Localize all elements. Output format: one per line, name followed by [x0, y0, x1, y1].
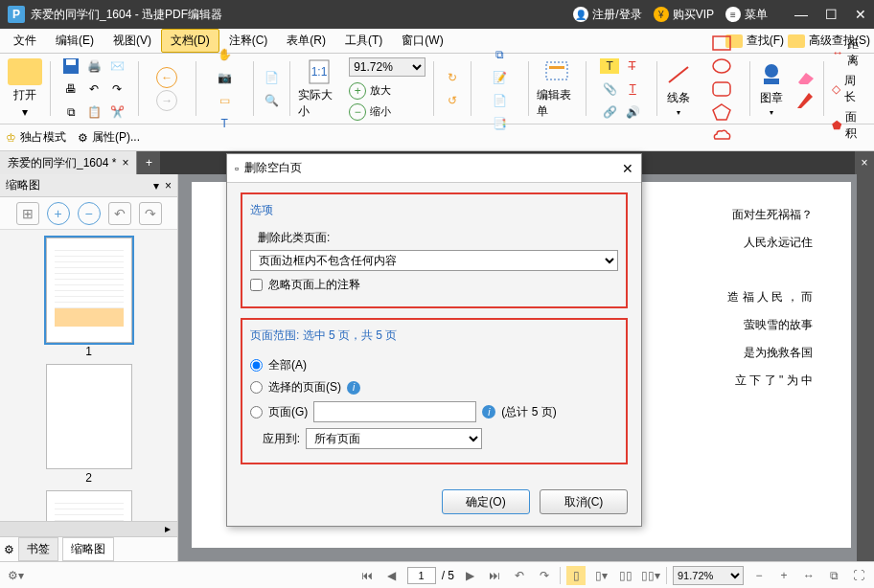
text-select-tool[interactable]: T — [214, 113, 235, 134]
find-link[interactable]: 查找(F) — [747, 33, 784, 49]
rotate-cw-button[interactable]: ↻ — [442, 67, 463, 88]
pages-input[interactable] — [313, 401, 476, 422]
stamp-button[interactable]: 图章▾ — [758, 61, 785, 117]
page-text2-tool[interactable]: 📑 — [489, 113, 510, 134]
first-page-button[interactable]: ⏮ — [357, 566, 377, 585]
copy-button[interactable]: ⧉ — [60, 102, 81, 123]
thumbnail-page-3[interactable] — [46, 490, 132, 521]
two-page-button[interactable]: ▯▯ — [616, 566, 635, 585]
next-page-button[interactable]: ▶ — [460, 566, 479, 585]
open-button[interactable]: 打开▾ — [8, 58, 42, 119]
thumbnail-page-2[interactable]: 2 — [46, 364, 132, 485]
polygon-tool[interactable] — [711, 102, 732, 123]
prev-page-button[interactable]: ◀ — [382, 566, 402, 585]
settings-icon[interactable]: ⚙▾ — [6, 566, 25, 585]
register-login-link[interactable]: 👤注册/登录 — [573, 7, 641, 23]
redo-button[interactable]: ↷ — [106, 79, 127, 100]
zoom-in-button[interactable]: + — [349, 82, 366, 100]
nav-fwd-button[interactable]: ↷ — [535, 566, 554, 585]
buy-vip-link[interactable]: ¥购买VIP — [654, 7, 714, 23]
back-button[interactable]: ← — [156, 67, 177, 88]
hand-tool[interactable]: ✋ — [214, 44, 235, 65]
ignore-annotations-checkbox[interactable] — [250, 279, 263, 291]
pencil-tool[interactable] — [794, 90, 816, 111]
doc-scrollbar[interactable] — [857, 174, 874, 561]
nav-back-button[interactable]: ↶ — [510, 566, 529, 585]
paste-button[interactable]: 📋 — [83, 102, 104, 123]
two-cont-button[interactable]: ▯▯▾ — [641, 566, 660, 585]
close-button[interactable]: ✕ — [855, 7, 866, 22]
status-zoom-out[interactable]: − — [749, 566, 769, 585]
eraser-tool[interactable] — [794, 67, 816, 88]
gear-icon[interactable]: ⚙ — [4, 543, 14, 556]
fullscreen-button[interactable]: ⛶ — [849, 566, 868, 585]
thumbnail-page-1[interactable]: 1 — [46, 237, 132, 358]
rotate-left-button[interactable]: ↶ — [108, 202, 131, 225]
page-text-tool[interactable]: 📝 — [489, 67, 510, 88]
thumb-zoom-in[interactable]: + — [47, 202, 70, 225]
distance-tool[interactable]: ↔距离 — [832, 36, 866, 69]
menu-file[interactable]: 文件 — [4, 29, 46, 53]
save-button[interactable] — [60, 56, 81, 77]
maximize-button[interactable]: ☐ — [825, 7, 838, 22]
rect-tool[interactable] — [711, 33, 732, 54]
menu-view[interactable]: 视图(V) — [104, 29, 161, 53]
highlight-tool[interactable]: T — [600, 58, 619, 74]
fwd-button[interactable]: → — [156, 90, 177, 111]
selected-pages-radio[interactable] — [250, 381, 263, 394]
pages-radio[interactable] — [250, 406, 263, 418]
stamp-tool[interactable]: 📎 — [599, 79, 620, 100]
menu-document[interactable]: 文档(D) — [161, 29, 219, 53]
zoom-select[interactable]: 91.72% — [349, 57, 426, 77]
continuous-button[interactable]: ▯▾ — [591, 566, 610, 585]
rotate-right-button[interactable]: ↷ — [139, 202, 162, 225]
rrect-tool[interactable] — [711, 79, 732, 100]
cancel-button[interactable]: 取消(C) — [540, 489, 628, 514]
print-button[interactable]: 🖨️ — [83, 56, 104, 77]
menu-edit[interactable]: 编辑(E) — [46, 29, 104, 53]
menu-form[interactable]: 表单(R) — [277, 29, 335, 53]
expand-all-button[interactable]: ⊞ — [16, 202, 39, 225]
panel-close-icon[interactable]: × — [165, 179, 172, 192]
all-pages-radio[interactable] — [250, 359, 263, 372]
status-zoom-select[interactable]: 91.72% — [673, 566, 744, 585]
area-tool[interactable]: ⬟面积 — [832, 109, 866, 142]
perimeter-tool[interactable]: ◇周长 — [832, 73, 866, 105]
rotate-ccw-button[interactable]: ↺ — [442, 90, 463, 111]
sound-tool[interactable]: 🔊 — [622, 102, 643, 123]
cut-button[interactable]: ✂️ — [106, 102, 127, 123]
properties-button[interactable]: ⚙属性(P)... — [78, 129, 140, 146]
menu-window[interactable]: 窗口(W) — [392, 29, 452, 53]
last-page-button[interactable]: ⏭ — [485, 566, 504, 585]
delete-pages-select[interactable]: 页面边框内不包含任何内容 — [250, 250, 618, 271]
select-tool[interactable]: ▭ — [214, 90, 235, 111]
cloud-tool[interactable] — [711, 124, 732, 146]
crop-tool[interactable]: ⧉ — [489, 44, 510, 65]
page-insert-tool[interactable]: 📄 — [489, 90, 510, 111]
apply-to-select[interactable]: 所有页面 — [306, 428, 482, 449]
document-tab[interactable]: 亲爱的同学们_1604 *× — [0, 151, 137, 174]
zoom-out-button[interactable]: − — [349, 103, 366, 121]
link-tool[interactable]: 🔗 — [599, 102, 620, 123]
dialog-close-button[interactable]: ✕ — [622, 161, 633, 176]
panel-options-icon[interactable]: ▾ — [153, 179, 159, 192]
clipboard-tool[interactable]: 📄 — [261, 67, 282, 88]
minimize-button[interactable]: — — [794, 7, 808, 22]
info-icon[interactable]: i — [347, 381, 360, 395]
underline-tool[interactable]: T — [622, 79, 643, 100]
lines-button[interactable]: 线条▾ — [665, 61, 692, 117]
undo-button[interactable]: ↶ — [83, 79, 104, 100]
edit-form-button[interactable]: 编辑表单 — [537, 58, 578, 120]
exclusive-mode-button[interactable]: ♔独占模式 — [6, 129, 66, 146]
new-tab-button[interactable]: + — [137, 151, 160, 174]
thumb-zoom-out[interactable]: − — [78, 202, 101, 225]
find-clipboard[interactable]: 🔍 — [261, 90, 282, 111]
fit-page-button[interactable]: ⧉ — [824, 566, 843, 585]
tab-overflow-button[interactable]: × — [855, 151, 874, 174]
ok-button[interactable]: 确定(O) — [442, 489, 530, 514]
info-icon[interactable]: i — [482, 405, 495, 418]
thumbnails-tab[interactable]: 缩略图 — [62, 537, 114, 561]
fit-width-button[interactable]: ↔ — [799, 566, 818, 585]
menu-tools[interactable]: 工具(T) — [335, 29, 392, 53]
print2-button[interactable]: 🖶 — [60, 79, 81, 100]
